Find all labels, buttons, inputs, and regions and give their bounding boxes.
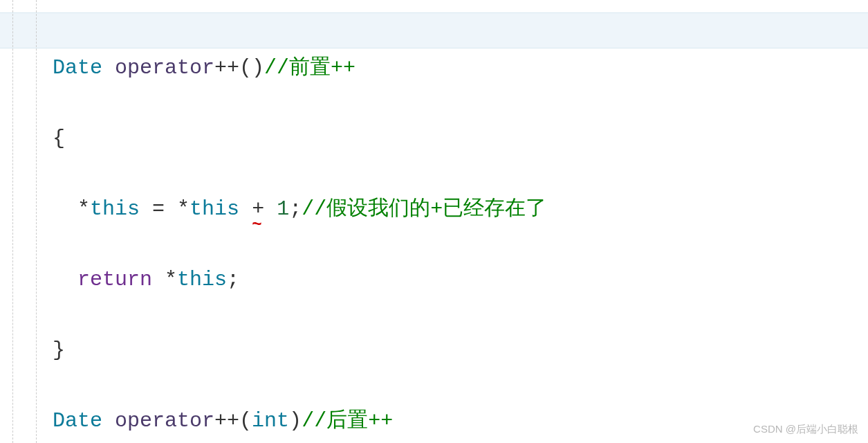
operator-token: * <box>77 197 90 221</box>
keyword-token: this <box>90 197 140 221</box>
comment-token: //后置++ <box>302 409 393 433</box>
number-token: 1 <box>277 197 289 221</box>
comment-token: //假设我们的+已经存在了 <box>302 197 546 221</box>
paren-token: ( <box>239 409 252 433</box>
type-token: Date <box>53 56 102 80</box>
comment-token: //前置++ <box>264 56 355 80</box>
code-line: return *this; <box>53 262 868 298</box>
type-token: int <box>252 409 289 433</box>
code-line: } <box>53 333 868 368</box>
operator-token: * <box>177 197 190 221</box>
paren-token: ) <box>289 409 302 433</box>
operator-token: = <box>152 197 165 221</box>
type-token: Date <box>53 409 102 433</box>
operator-token: + <box>252 192 264 227</box>
keyword-token: this <box>177 268 227 291</box>
watermark: CSDN @后端小白聪根 <box>753 423 858 436</box>
code-line: Date operator++(int)//后置++ <box>53 404 868 439</box>
code-editor: Date operator++()//前置++ { *this = *this … <box>0 0 868 443</box>
keyword-token: this <box>190 197 239 221</box>
brace-token: { <box>53 127 65 150</box>
operator-token: ++ <box>214 409 239 433</box>
semicolon-token: ; <box>227 268 239 291</box>
paren-token: ( <box>239 56 252 80</box>
code-line: *this = *this + 1;//假设我们的+已经存在了 <box>53 192 868 227</box>
keyword-token: operator <box>115 56 214 80</box>
code-line: { <box>53 121 868 156</box>
operator-token: * <box>165 268 177 291</box>
operator-token: ++ <box>214 56 239 80</box>
semicolon-token: ; <box>289 197 302 221</box>
brace-token: } <box>53 338 65 362</box>
code-line: Date operator++()//前置++ <box>53 51 868 86</box>
keyword-token: return <box>77 268 152 291</box>
keyword-token: operator <box>115 409 214 433</box>
paren-token: ) <box>252 56 264 80</box>
